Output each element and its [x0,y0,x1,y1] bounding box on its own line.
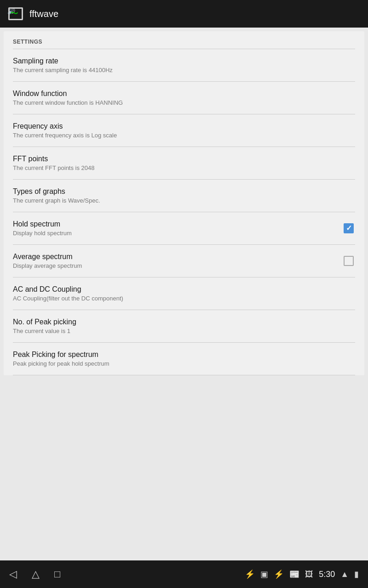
settings-item-hold-spectrum[interactable]: Hold spectrum Display hold spectrum ✓ [4,212,364,244]
settings-item-frequency-axis[interactable]: Frequency axis The current frequency axi… [4,114,364,147]
image-icon: 🖼 [305,570,313,579]
sd-card-icon: ▣ [260,569,268,579]
nav-bar: ◁ △ □ ⚡ ▣ ⚡ 📰 🖼 5:30 ▲ ▮ [0,560,368,588]
window-function-subtitle: The current window function is HANNING [13,99,355,106]
settings-item-ac-dc-coupling[interactable]: AC and DC Coupling AC Coupling(filter ou… [4,277,364,310]
ac-dc-coupling-subtitle: AC Coupling(filter out the DC component) [13,295,355,302]
ac-dc-coupling-title: AC and DC Coupling [13,285,355,294]
peak-picking-spectrum-subtitle: Peak picking for peak hold spectrum [13,360,355,367]
app-bar: 🔊 〜 fftwave [0,0,368,28]
settings-item-peak-picking-count[interactable]: No. of Peak picking The current value is… [4,310,364,342]
main-content: SETTINGS Sampling rate The current sampl… [0,28,368,560]
fft-points-text: FFT points The current FFT points is 204… [13,155,355,171]
average-spectrum-checkbox-unchecked[interactable] [344,256,354,266]
peak-picking-spectrum-title: Peak Picking for spectrum [13,351,355,359]
settings-header: SETTINGS [4,31,364,49]
hold-spectrum-title: Hold spectrum [13,220,335,228]
status-time: 5:30 [319,570,335,579]
average-spectrum-subtitle: Display average spectrum [13,262,335,269]
peak-picking-count-subtitle: The current value is 1 [13,328,355,334]
back-button[interactable]: ◁ [9,568,17,580]
average-spectrum-checkbox[interactable] [342,254,355,267]
wave-icon: 〜 [10,9,18,17]
frequency-axis-title: Frequency axis [13,122,355,130]
checkmark-icon: ✓ [346,225,352,232]
settings-item-average-spectrum[interactable]: Average spectrum Display average spectru… [4,245,364,277]
settings-item-window-function[interactable]: Window function The current window funct… [4,82,364,114]
peak-picking-count-title: No. of Peak picking [13,318,355,326]
app-logo: 🔊 〜 [7,6,24,22]
types-of-graphs-text: Types of graphs The current graph is Wav… [13,187,355,204]
home-button[interactable]: △ [32,568,40,580]
peak-picking-count-text: No. of Peak picking The current value is… [13,318,355,334]
hold-spectrum-subtitle: Display hold spectrum [13,230,335,237]
average-spectrum-title: Average spectrum [13,253,335,261]
peak-picking-spectrum-text: Peak Picking for spectrum Peak picking f… [13,351,355,367]
settings-item-sampling-rate[interactable]: Sampling rate The current sampling rate … [4,49,364,81]
types-of-graphs-subtitle: The current graph is Wave/Spec. [13,197,355,204]
average-spectrum-control[interactable] [342,254,355,267]
fft-points-title: FFT points [13,155,355,163]
battery-icon: ▮ [354,569,359,579]
sampling-rate-subtitle: The current sampling rate is 44100Hz [13,67,355,74]
usb-storage-icon: ⚡ [274,569,284,579]
fft-points-subtitle: The current FFT points is 2048 [13,164,355,171]
settings-item-types-of-graphs[interactable]: Types of graphs The current graph is Wav… [4,180,364,212]
average-spectrum-text: Average spectrum Display average spectru… [13,253,335,269]
nav-left: ◁ △ □ [9,568,60,580]
settings-item-fft-points[interactable]: FFT points The current FFT points is 204… [4,147,364,179]
frequency-axis-subtitle: The current frequency axis is Log scale [13,132,355,139]
divider-10 [13,375,355,375]
window-function-title: Window function [13,90,355,98]
news-icon: 📰 [289,569,299,579]
types-of-graphs-title: Types of graphs [13,187,355,196]
hold-spectrum-checkbox[interactable]: ✓ [342,222,355,235]
frequency-axis-text: Frequency axis The current frequency axi… [13,122,355,139]
ac-dc-coupling-text: AC and DC Coupling AC Coupling(filter ou… [13,285,355,302]
recents-button[interactable]: □ [54,568,60,580]
app-title: fftwave [29,9,58,19]
hold-spectrum-control[interactable]: ✓ [342,222,355,235]
sampling-rate-text: Sampling rate The current sampling rate … [13,57,355,74]
hold-spectrum-checkbox-checked[interactable]: ✓ [344,223,354,233]
settings-item-peak-picking-spectrum[interactable]: Peak Picking for spectrum Peak picking f… [4,343,364,375]
window-function-text: Window function The current window funct… [13,90,355,106]
wifi-icon: ▲ [340,570,349,579]
hold-spectrum-text: Hold spectrum Display hold spectrum [13,220,335,237]
usb-icon: ⚡ [245,569,255,579]
sampling-rate-title: Sampling rate [13,57,355,65]
settings-container: SETTINGS Sampling rate The current sampl… [4,31,364,375]
nav-right: ⚡ ▣ ⚡ 📰 🖼 5:30 ▲ ▮ [245,569,359,579]
